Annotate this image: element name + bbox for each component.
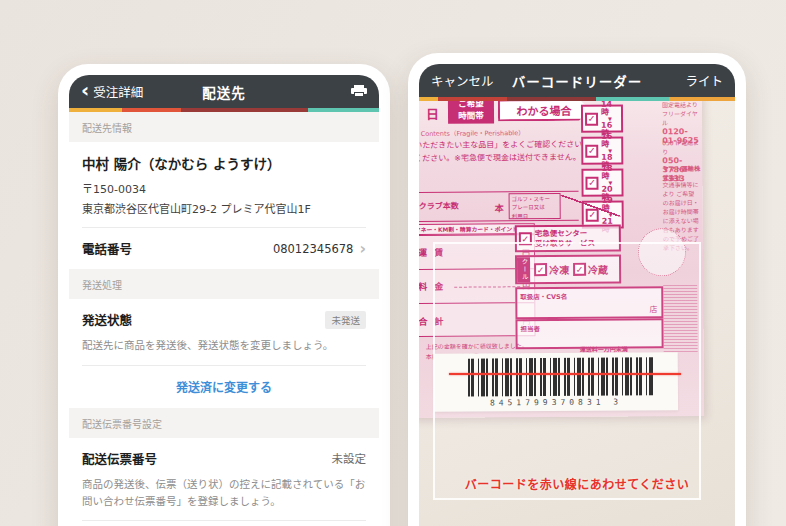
phone-mockup-left: ‹ 受注詳細 配送先 配送先情報 中村 陽介（なかむら ようすけ） 〒150-0… <box>58 64 390 526</box>
delivery-content: 配送先情報 中村 陽介（なかむら ようすけ） 〒150-0034 東京都渋谷区代… <box>69 112 379 526</box>
phone-number-row[interactable]: 電話番号 08012345678 › <box>69 228 379 269</box>
cancel-button[interactable]: キャンセル <box>431 71 494 90</box>
recipient-block: 中村 陽介（なかむら ようすけ） 〒150-0034 東京都渋谷区代官山町29-… <box>69 142 379 227</box>
status-badge: 未発送 <box>325 311 366 329</box>
tracking-number-title: 配送伝票番号 <box>82 449 157 468</box>
recipient-name: 中村 陽介（なかむら ようすけ） <box>82 153 366 173</box>
section-band-tracking: 配送伝票番号設定 <box>69 408 379 438</box>
phone-value: 08012345678 <box>273 242 353 256</box>
back-label: 受注詳細 <box>93 82 143 101</box>
time-slot-18-20: ✓ 18時 ▼ 20時 <box>581 169 623 197</box>
back-button[interactable]: ‹ 受注詳細 <box>81 82 143 101</box>
diagonal-line <box>561 195 621 217</box>
recipient-address: 東京都渋谷区代官山町29-2 プレミア代官山1F <box>82 200 366 216</box>
mark-shipped-link[interactable]: 発送済に変更する <box>69 366 379 408</box>
camera-viewfinder: 日 ご希望 時間帯 わかる場合 ・Contents（Fragile・Perish… <box>419 101 735 526</box>
chevron-right-icon: › <box>359 241 366 257</box>
phone-label: 電話番号 <box>82 239 132 258</box>
scan-red-line <box>449 373 681 375</box>
recipient-postal: 〒150-0034 <box>82 180 366 196</box>
print-icon[interactable] <box>351 85 367 98</box>
checkbox-icon: ✓ <box>585 144 598 157</box>
label-time-band: ご希望 時間帯 <box>448 101 494 124</box>
golf-note-box: ゴルフ・スキー プレー日又は 利用日 <box>509 193 561 219</box>
shipping-status-block: 発送状態 未発送 配送先に商品を発送後、発送状態を変更しましょう。 <box>69 299 379 365</box>
barcode-reader-screen: キャンセル バーコードリーダー ライト 日 ご希望 時間帯 わかる場合 ・Con… <box>419 64 735 526</box>
right-appbar: キャンセル バーコードリーダー ライト <box>419 64 735 97</box>
shipping-status-description: 配送先に商品を発送後、発送状態を変更しましょう。 <box>82 337 366 354</box>
label-note-1: いただきたい主な品目」をよくご確認ください。 <box>419 139 590 152</box>
label-date-char: 日 <box>426 104 439 123</box>
left-appbar: ‹ 受注詳細 配送先 <box>69 75 379 108</box>
checkbox-icon: ✓ <box>585 176 598 189</box>
scan-hint-text: バーコードを赤い線にあわせてください <box>419 475 735 492</box>
label-known-case-arrow: わかる場合 <box>498 101 590 121</box>
back-chevron-icon: ‹ <box>81 80 89 100</box>
tracking-number-block: 配送伝票番号 未設定 商品の発送後、伝票（送り状）の控えに記載されている「お問い… <box>69 438 379 521</box>
set-tracking-number-link[interactable]: 配送伝票番号を設定する <box>69 521 379 526</box>
club-count-label: クラブ本数 <box>419 200 459 211</box>
tracking-number-description: 商品の発送後、伝票（送り状）の控えに記載されている「お問い合わせ伝票番号」を登録… <box>82 476 366 510</box>
section-band-recipient: 配送先情報 <box>69 112 379 142</box>
club-unit: 本 <box>495 201 504 214</box>
checkbox-icon: ✓ <box>585 112 598 125</box>
order-delivery-screen: ‹ 受注詳細 配送先 配送先情報 中村 陽介（なかむら ようすけ） 〒150-0… <box>69 75 379 526</box>
time-slot-14-16: ✓ 14時 ▼ 16時 <box>581 105 623 133</box>
section-band-shipping: 発送処理 <box>69 269 379 299</box>
label-note-2: ください。※宅急便で現金は送付できません。 <box>419 152 581 165</box>
phone-mockup-right: キャンセル バーコードリーダー ライト 日 ご希望 時間帯 わかる場合 ・Con… <box>408 53 746 526</box>
time-slot-16-18: ✓ 16時 ▼ 18時 <box>581 137 623 165</box>
light-button[interactable]: ライト <box>685 71 723 90</box>
tracking-number-value: 未設定 <box>332 450 367 466</box>
label-contents-note: ・Contents（Fragile・Perishable） <box>419 129 525 139</box>
scan-frame <box>433 242 701 500</box>
shipping-status-title: 発送状態 <box>82 310 132 329</box>
